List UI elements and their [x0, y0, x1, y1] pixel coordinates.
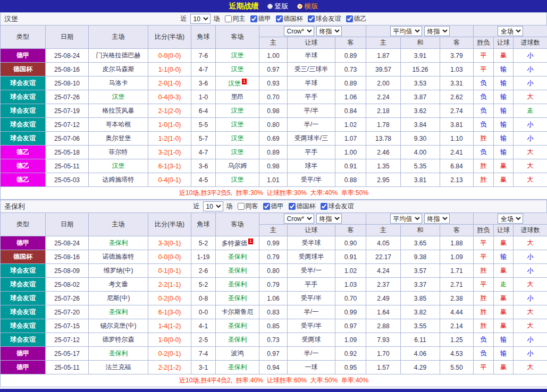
match-row: 球会友谊25-07-06奥尔登堡1-2(1-0)5-7汉堡0.69受两球半/三1…: [1, 132, 547, 146]
filter-checkbox[interactable]: [289, 203, 296, 210]
avg-odds-draw: 3.85: [401, 292, 440, 305]
away-team-link[interactable]: 乌尔姆: [228, 162, 247, 169]
away-team-link[interactable]: 汉堡: [231, 176, 244, 183]
match-count-select[interactable]: 10: [203, 201, 223, 211]
avg-odds-draw: 3.57: [401, 264, 440, 278]
home-team-link[interactable]: 汉堡: [112, 93, 125, 100]
home-team-link[interactable]: 达姆施塔特: [103, 176, 134, 183]
avg-odds-draw: 15.26: [401, 63, 440, 76]
home-team-link[interactable]: 考文垂: [109, 280, 128, 288]
home-team-link[interactable]: 汉堡: [112, 162, 125, 169]
home-team-link[interactable]: 马洛卡: [109, 79, 128, 87]
away-team-link[interactable]: 汉堡: [231, 134, 244, 142]
home-team-link[interactable]: 哥本哈根: [106, 121, 131, 128]
corner-count: 7-6: [191, 49, 216, 63]
col-header-0: 类型: [1, 25, 46, 49]
home-team-link[interactable]: 诺德施泰特: [103, 253, 134, 260]
home-team-link[interactable]: 法兰克福: [106, 363, 131, 371]
col-header-5: 客场: [216, 213, 259, 236]
filter-check-0[interactable]: 同主: [225, 14, 246, 23]
filter-check-1[interactable]: 德甲: [250, 14, 271, 23]
away-team-link[interactable]: 汉堡: [228, 80, 241, 87]
filter-check-3[interactable]: 球会友谊: [321, 202, 354, 211]
away-team-link[interactable]: 圣保利: [228, 336, 247, 343]
initial-odds-away: 0.89: [335, 49, 366, 63]
avg-odds-draw: 4.00: [401, 146, 440, 159]
home-team-link[interactable]: 格拉茨风暴: [103, 107, 134, 114]
home-team-link[interactable]: 皮尔马森斯: [103, 65, 134, 73]
home-team-cell: 哥本哈根: [89, 118, 148, 132]
final-index-select-2[interactable]: 终指: [424, 26, 450, 36]
fullmatch-select[interactable]: 全场: [498, 26, 523, 36]
result-winlose: 平: [474, 63, 494, 76]
odds-source-select[interactable]: Crow*: [284, 214, 314, 224]
filter-checkbox[interactable]: [225, 15, 232, 22]
away-team-link[interactable]: 圣保利: [228, 253, 247, 260]
match-row: 德甲25-05-11法兰克福2-2(1-2)3-1圣保利0.94一球0.951.…: [1, 361, 547, 374]
filter-check-2[interactable]: 德国杯: [276, 14, 303, 23]
filter-checkbox[interactable]: [346, 15, 353, 22]
away-team-link[interactable]: 汉堡: [231, 52, 244, 59]
score: 1-2(1-0): [148, 132, 191, 146]
away-team-link[interactable]: 里昂: [231, 93, 244, 100]
final-index-select-2[interactable]: 终指: [424, 214, 450, 224]
away-team-link[interactable]: 圣保利: [228, 294, 247, 302]
filter-check-3[interactable]: 球会友谊: [308, 14, 341, 23]
odds-group-fullmatch: 全场: [474, 25, 547, 37]
home-team-link[interactable]: 德罗特尔森: [103, 336, 134, 343]
home-team-link[interactable]: 维罗纳(中): [104, 267, 133, 274]
away-team-link[interactable]: 汉堡: [231, 121, 244, 128]
topbar: 近期战绩 竖版 横版: [0, 0, 547, 12]
away-team-link[interactable]: 波鸿: [231, 350, 244, 357]
score: 2-2(1-2): [148, 361, 191, 374]
away-team-link[interactable]: 圣保利: [228, 267, 247, 274]
layout-option-vertical[interactable]: 竖版: [267, 2, 289, 11]
away-team-link[interactable]: 圣保利: [228, 363, 247, 371]
layout-option-horizontal[interactable]: 横版: [297, 2, 318, 11]
match-count-select[interactable]: 10: [190, 14, 211, 24]
filter-checkbox[interactable]: [321, 203, 327, 210]
result-winlose: 胜: [474, 305, 494, 319]
avg-odds-away: 2.41: [440, 146, 474, 159]
filter-checkbox[interactable]: [250, 15, 257, 22]
filter-check-2[interactable]: 德国杯: [289, 202, 316, 211]
average-select[interactable]: 平均值: [390, 26, 422, 36]
final-index-select[interactable]: 终指: [316, 26, 342, 36]
home-team-link[interactable]: 尼斯(中): [107, 294, 130, 302]
away-team-cell: 圣保利: [216, 361, 259, 374]
home-team-link[interactable]: 门兴格拉德巴赫: [96, 52, 141, 59]
home-team-link[interactable]: 圣保利: [109, 350, 128, 357]
home-team-link[interactable]: 圣保利: [109, 308, 128, 316]
avg-odds-away: 2.13: [440, 173, 474, 187]
match-date: 25-07-19: [46, 104, 89, 118]
filter-check-0[interactable]: 同客: [238, 202, 258, 211]
filter-check-1[interactable]: 德甲: [263, 202, 284, 211]
home-team-link[interactable]: 锡尔克堡(中): [100, 322, 137, 329]
filter-checkbox[interactable]: [276, 15, 283, 22]
away-team-link[interactable]: 卡尔斯鲁厄: [222, 308, 254, 316]
avg-odds-draw: 3.81: [401, 173, 440, 187]
result-goals: 小: [514, 250, 547, 264]
match-date: 25-07-15: [46, 319, 89, 333]
home-team-link[interactable]: 菲尔特: [109, 148, 128, 156]
average-select[interactable]: 平均值: [390, 214, 422, 224]
filter-checkbox[interactable]: [308, 15, 315, 22]
away-team-link[interactable]: 汉堡: [231, 148, 244, 156]
odds-source-select[interactable]: Crow*: [284, 26, 314, 36]
filter-checkbox[interactable]: [263, 203, 270, 210]
filter-controls: 近10场同客德甲德国杯球会友谊: [193, 201, 354, 211]
away-team-link[interactable]: 圣保利: [228, 280, 247, 288]
avg-odds-home: 2.37: [366, 278, 401, 292]
filter-checkbox[interactable]: [238, 203, 245, 210]
home-team-link[interactable]: 圣保利: [109, 239, 128, 246]
away-team-link[interactable]: 汉堡: [231, 107, 244, 114]
home-team-cell: 达姆施塔特: [89, 173, 148, 187]
away-team-link[interactable]: 圣保利: [228, 322, 247, 329]
away-team-link[interactable]: 多特蒙德: [222, 240, 247, 247]
final-index-select[interactable]: 终指: [316, 214, 342, 224]
filter-check-4[interactable]: 德乙: [346, 14, 367, 23]
home-team-link[interactable]: 奥尔登堡: [106, 134, 131, 142]
away-team-link[interactable]: 汉堡: [231, 65, 244, 73]
fullmatch-select[interactable]: 全场: [498, 214, 523, 224]
col-subheader: 主: [366, 225, 401, 236]
